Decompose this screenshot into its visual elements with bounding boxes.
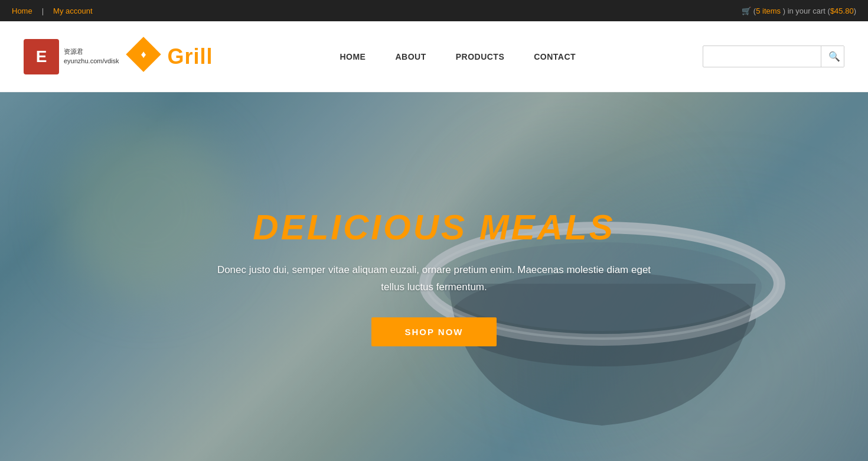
nav-contact[interactable]: CONTACT — [534, 47, 576, 66]
top-bar: Home | My account 🛒 (5 items ) in your c… — [0, 0, 868, 21]
cart-close: ) — [854, 7, 856, 15]
hero-blur-1 — [59, 122, 236, 299]
nav-products[interactable]: PRODUCTS — [456, 47, 505, 66]
hero-section: DELICIOUS MEALS Donec justo dui, semper … — [0, 92, 868, 461]
shop-now-button[interactable]: SHOP NOW — [371, 317, 496, 346]
nav-home[interactable]: HOME — [340, 47, 366, 66]
separator: | — [42, 7, 44, 15]
logo-badge: E — [24, 39, 59, 74]
hero-content: DELICIOUS MEALS Donec justo dui, semper … — [216, 207, 652, 346]
top-bar-right: 🛒 (5 items ) in your cart ($45.80) — [742, 7, 856, 15]
top-bar-left: Home | My account — [12, 7, 93, 15]
search-area: 🔍 — [703, 46, 844, 67]
myaccount-link[interactable]: My account — [53, 7, 92, 15]
hero-description: Donec justo dui, semper vitae aliquam eu… — [216, 262, 652, 296]
header: E 资源君 eyunzhu.com/vdisk ♦ Grill HOME ABO… — [0, 21, 868, 92]
logo-text: 资源君 eyunzhu.com/vdisk — [64, 47, 119, 66]
logo-line2: eyunzhu.com/vdisk — [64, 57, 119, 66]
logo-diamond-area: ♦ Grill — [131, 42, 213, 72]
cart-items-link[interactable]: 5 items — [756, 7, 781, 15]
cart-price-link[interactable]: $45.80 — [830, 7, 854, 15]
logo-line1: 资源君 — [64, 47, 119, 56]
diamond-shape: ♦ — [126, 37, 161, 72]
logo-area: E 资源君 eyunzhu.com/vdisk ♦ Grill — [24, 39, 213, 74]
search-button[interactable]: 🔍 — [821, 46, 844, 67]
home-link[interactable]: Home — [12, 7, 32, 15]
cart-text: ) in your cart ( — [783, 7, 830, 15]
hero-title: DELICIOUS MEALS — [216, 207, 652, 248]
diamond-icon: ♦ — [141, 48, 146, 60]
main-nav: HOME ABOUT PRODUCTS CONTACT — [340, 47, 576, 66]
brand-name: Grill — [168, 44, 213, 69]
search-input[interactable] — [703, 47, 821, 66]
nav-about[interactable]: ABOUT — [395, 47, 426, 66]
